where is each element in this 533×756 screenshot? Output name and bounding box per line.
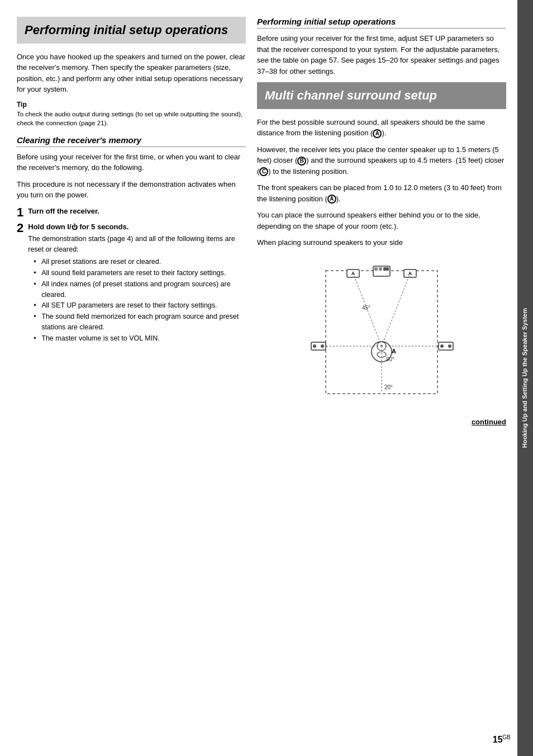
tip-text: To check the audio output during setting… xyxy=(17,110,246,127)
multi-p3: The front speakers can be placed from 1.… xyxy=(257,182,506,204)
right-performing-heading: Performing initial setup operations xyxy=(257,17,506,29)
step2-content: Hold down I/⏻ for 5 seconds. The demonst… xyxy=(28,222,246,344)
svg-text:90°: 90° xyxy=(386,356,394,362)
svg-rect-9 xyxy=(383,267,389,271)
svg-rect-0 xyxy=(326,271,437,394)
svg-rect-7 xyxy=(374,267,378,271)
page-number: 15GB xyxy=(493,734,511,745)
multi-title-box: Multi channel surround setup xyxy=(257,82,506,109)
step1-num: 1 xyxy=(17,206,23,219)
svg-rect-8 xyxy=(379,267,382,271)
multi-p2: However, the receiver lets you place the… xyxy=(257,144,506,177)
step1: 1 Turn off the receiver. xyxy=(17,206,246,219)
intro-text: Once you have hooked up the speakers and… xyxy=(17,51,246,95)
tip-heading: Tip xyxy=(17,101,246,108)
svg-point-17 xyxy=(448,344,451,348)
svg-text:20°: 20° xyxy=(384,384,393,390)
main-title: Performing initial setup operations xyxy=(25,22,238,38)
page-container: Performing initial setup operations Once… xyxy=(0,0,533,756)
circle-a2: A xyxy=(327,195,336,204)
side-tab-text: Hooking Up and Setting Up the Speaker Sy… xyxy=(521,308,529,448)
bullet-list: All preset stations are reset or cleared… xyxy=(28,257,246,343)
svg-point-14 xyxy=(321,344,324,348)
bullet-item: All preset stations are reset or cleared… xyxy=(34,257,246,267)
svg-text:A: A xyxy=(392,348,396,355)
multi-title: Multi channel surround setup xyxy=(265,88,498,103)
bullet-item: All SET UP parameters are reset to their… xyxy=(34,300,246,311)
svg-point-16 xyxy=(440,344,444,348)
clearing-heading: Clearing the receiver's memory xyxy=(17,135,246,147)
main-content: Performing initial setup operations Once… xyxy=(0,0,517,756)
svg-text:A: A xyxy=(408,271,412,276)
tip-section: Tip To check the audio output during set… xyxy=(17,101,246,127)
circle-b: B xyxy=(297,157,306,166)
speaker-diagram: A A xyxy=(257,254,506,412)
right-performing-text: Before using your receiver for the first… xyxy=(257,33,506,77)
diagram-label: When placing surround speakers to your s… xyxy=(257,237,506,248)
bullet-item: All index names (of preset stations and … xyxy=(34,279,246,300)
clearing-intro1: Before using your receiver for the first… xyxy=(17,152,246,173)
speaker-diagram-svg: A A xyxy=(298,254,465,410)
svg-text:45°: 45° xyxy=(362,305,370,311)
step2-num: 2 xyxy=(17,222,23,234)
step2-body: The demonstration starts (page 4) and al… xyxy=(28,234,246,255)
bullet-item: The master volume is set to VOL MIN. xyxy=(34,333,246,344)
main-title-box: Performing initial setup operations xyxy=(17,17,246,44)
circle-a: A xyxy=(373,129,382,138)
step1-content: Turn off the receiver. xyxy=(28,206,246,216)
left-column: Performing initial setup operations Once… xyxy=(17,17,246,739)
svg-point-13 xyxy=(313,344,316,348)
side-tab: Hooking Up and Setting Up the Speaker Sy… xyxy=(517,0,533,756)
step2-title: Hold down I/⏻ for 5 seconds. xyxy=(28,222,246,232)
circle-c: C xyxy=(259,167,268,176)
multi-p4: You can place the surround speakers eith… xyxy=(257,210,506,231)
bullet-item: All sound field parameters are reset to … xyxy=(34,268,246,278)
clearing-intro2: This procedure is not necessary if the d… xyxy=(17,179,246,201)
bullet-item: The sound field memorized for each progr… xyxy=(34,311,246,333)
right-column: Performing initial setup operations Befo… xyxy=(257,17,506,739)
continued-text: continued xyxy=(257,418,506,426)
step2: 2 Hold down I/⏻ for 5 seconds. The demon… xyxy=(17,222,246,344)
multi-p1: For the best possible surround sound, al… xyxy=(257,117,506,139)
step1-title: Turn off the receiver. xyxy=(28,206,246,216)
svg-line-19 xyxy=(382,273,410,346)
